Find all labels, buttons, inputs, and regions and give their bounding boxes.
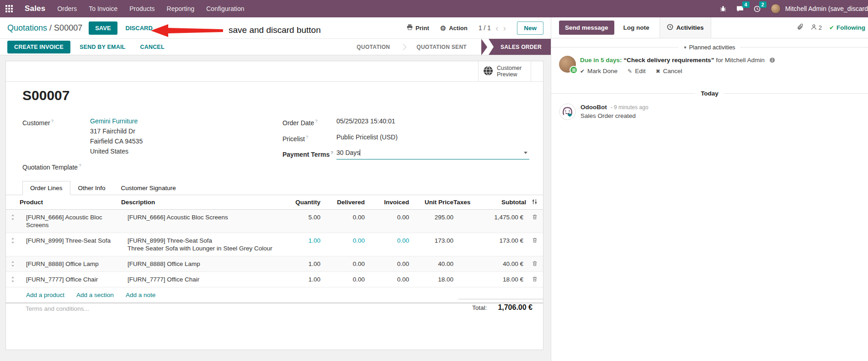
cell-description[interactable]: [FURN_6666] Acoustic Bloc Screens (121, 210, 277, 225)
dropdown-caret-icon[interactable] (524, 152, 527, 154)
cell-unit-price[interactable]: 173.00 (409, 233, 453, 248)
cell-delivered[interactable]: 0.00 (320, 233, 365, 248)
cell-product[interactable]: [FURN_6666] Acoustic Bloc Screens (20, 210, 121, 233)
user-name[interactable]: Mitchell Admin (save_discard (785, 5, 868, 12)
activities-badge[interactable]: 2 (759, 1, 767, 8)
table-row[interactable]: [FURN_8999] Three-Seat Sofa [FURN_8999] … (6, 233, 543, 256)
col-invoiced[interactable]: Invoiced (365, 195, 409, 209)
cell-quantity[interactable]: 1.00 (277, 272, 320, 287)
pager-prev-icon[interactable]: ‹ (495, 23, 499, 32)
terms-placeholder[interactable]: Terms and conditions... (26, 305, 89, 312)
cell-description[interactable]: [FURN_8888] Office Lamp (121, 256, 277, 271)
drag-handle-icon[interactable] (6, 256, 20, 267)
cell-quantity[interactable]: 1.00 (277, 233, 320, 248)
stage-quotation-sent[interactable]: QUOTATION SENT (406, 39, 477, 55)
new-button[interactable]: New (517, 21, 543, 35)
cell-delivered[interactable]: 0.00 (320, 272, 365, 287)
cell-unit-price[interactable]: 40.00 (409, 256, 453, 271)
cell-product[interactable]: [FURN_7777] Office Chair (20, 272, 121, 287)
tab-other-info[interactable]: Other Info (70, 181, 113, 195)
cell-taxes[interactable] (453, 256, 490, 264)
table-row[interactable]: [FURN_6666] Acoustic Bloc Screens [FURN_… (6, 210, 543, 233)
drag-handle-icon[interactable] (6, 210, 20, 220)
edit-activity-button[interactable]: ✎Edit (628, 68, 645, 74)
tab-order-lines[interactable]: Order Lines (22, 181, 70, 195)
table-row[interactable]: [FURN_8888] Office Lamp [FURN_8888] Offi… (6, 256, 543, 272)
activities-tab[interactable]: Activities (660, 17, 711, 38)
followers-button[interactable]: 2 (811, 24, 822, 32)
planned-activities-header[interactable]: ▾ Planned activities (678, 44, 740, 51)
action-button[interactable]: ⚙ Action (440, 25, 468, 32)
cell-delivered[interactable]: 0.00 (320, 256, 365, 271)
col-description[interactable]: Description (121, 195, 277, 209)
cell-quantity[interactable]: 5.00 (277, 210, 320, 225)
pricelist-field[interactable]: Public Pricelist (USD) (336, 132, 398, 144)
cell-invoiced[interactable]: 0.00 (365, 272, 409, 287)
delete-row-icon[interactable] (526, 233, 543, 243)
delete-row-icon[interactable] (526, 256, 543, 266)
cell-delivered[interactable]: 0.00 (320, 210, 365, 225)
message-author[interactable]: OdooBot (580, 104, 607, 111)
info-icon[interactable] (769, 57, 775, 65)
pager-next-icon[interactable]: › (503, 23, 506, 32)
cell-unit-price[interactable]: 18.00 (409, 272, 453, 287)
delete-row-icon[interactable] (526, 272, 543, 282)
breadcrumb-quotations-link[interactable]: Quotations (7, 23, 47, 32)
menu-orders[interactable]: Orders (57, 5, 77, 12)
cell-taxes[interactable] (453, 272, 490, 279)
send-message-button[interactable]: Send message (559, 21, 614, 35)
order-date-field[interactable]: 05/25/2023 15:40:01 (336, 116, 395, 128)
discard-button[interactable]: DISCARD (126, 25, 153, 32)
col-delivered[interactable]: Delivered (320, 195, 365, 209)
stage-sales-order-active[interactable]: SALES ORDER (489, 39, 551, 55)
cancel-activity-button[interactable]: ✖Cancel (655, 68, 682, 74)
add-product-link[interactable]: Add a product (26, 292, 64, 298)
menu-products[interactable]: Products (129, 5, 154, 12)
debug-bug-icon[interactable] (720, 5, 726, 12)
cell-product[interactable]: [FURN_8999] Three-Seat Sofa (20, 233, 121, 248)
optional-columns-icon[interactable] (526, 195, 543, 208)
col-subtotal[interactable]: Subtotal (490, 195, 526, 209)
col-unit-price[interactable]: Unit Price (409, 195, 453, 209)
drag-handle-icon[interactable] (6, 233, 20, 244)
add-section-link[interactable]: Add a section (76, 292, 114, 298)
col-quantity[interactable]: Quantity (277, 195, 320, 209)
create-invoice-button[interactable]: CREATE INVOICE (7, 41, 70, 53)
add-note-link[interactable]: Add a note (126, 292, 155, 298)
menu-configuration[interactable]: Configuration (206, 5, 244, 12)
send-by-email-button[interactable]: SEND BY EMAIL (74, 41, 131, 53)
table-row[interactable]: [FURN_7777] Office Chair [FURN_7777] Off… (6, 272, 543, 287)
cancel-button[interactable]: CANCEL (134, 41, 170, 53)
cell-description[interactable]: [FURN_7777] Office Chair (121, 272, 277, 287)
tab-customer-signature[interactable]: Customer Signature (113, 181, 184, 195)
delete-row-icon[interactable] (526, 210, 543, 220)
payment-terms-field[interactable]: 30 Days (336, 148, 529, 159)
user-avatar[interactable] (771, 4, 781, 14)
cell-invoiced[interactable]: 0.00 (365, 233, 409, 248)
print-button[interactable]: Print (407, 24, 429, 32)
customer-preview-button[interactable]: Customer Preview (478, 61, 531, 81)
cell-taxes[interactable] (453, 233, 490, 240)
cell-invoiced[interactable]: 0.00 (365, 210, 409, 225)
cell-quantity[interactable]: 1.00 (277, 256, 320, 271)
cell-invoiced[interactable]: 0.00 (365, 256, 409, 271)
cell-description[interactable]: [FURN_8999] Three-Seat SofaThree Seater … (121, 233, 277, 256)
menu-to-invoice[interactable]: To Invoice (89, 5, 117, 12)
activities-clock-icon[interactable]: 2 (754, 5, 761, 12)
customer-link[interactable]: Gemini Furniture (90, 116, 143, 126)
attachment-paperclip-icon[interactable] (797, 24, 804, 32)
cell-product[interactable]: [FURN_8888] Office Lamp (20, 256, 121, 271)
col-product[interactable]: Product (20, 195, 121, 209)
cell-taxes[interactable] (453, 210, 490, 217)
drag-handle-icon[interactable] (6, 272, 20, 282)
following-toggle[interactable]: ✔ Following (829, 24, 865, 31)
save-button[interactable]: SAVE (89, 21, 117, 35)
messages-icon[interactable]: 4 (736, 5, 744, 12)
menu-reporting[interactable]: Reporting (167, 5, 195, 12)
log-note-button[interactable]: Log note (623, 24, 650, 31)
mark-done-button[interactable]: ✔Mark Done (580, 68, 618, 74)
messages-badge[interactable]: 4 (742, 1, 750, 8)
cell-unit-price[interactable]: 295.00 (409, 210, 453, 225)
apps-grid-icon[interactable] (5, 5, 13, 12)
app-name[interactable]: Sales (25, 4, 45, 13)
